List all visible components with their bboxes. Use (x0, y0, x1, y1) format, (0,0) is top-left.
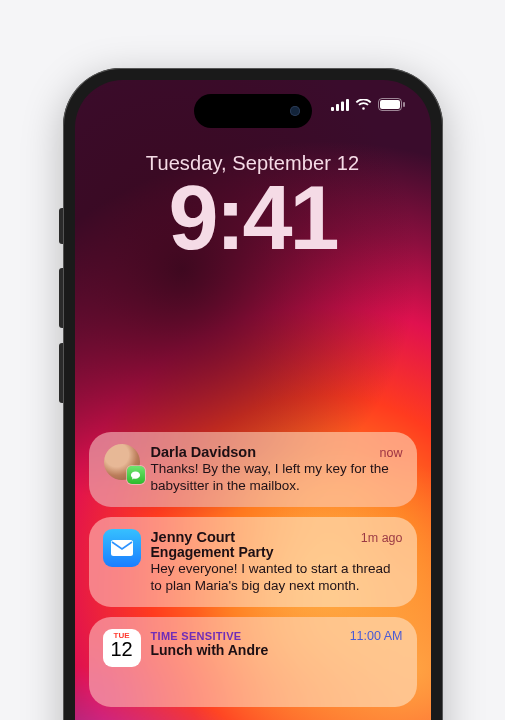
svg-rect-3 (346, 99, 349, 111)
volume-down-button[interactable] (59, 343, 63, 403)
lock-screen[interactable]: Tuesday, September 12 9:41 Darla Davidso… (75, 80, 431, 720)
notification-calendar[interactable]: TUE 12 TIME SENSITIVE 11:00 AM Lunch wit… (89, 617, 417, 707)
notification-time: 11:00 AM (350, 629, 403, 643)
notification-time: 1m ago (361, 531, 403, 545)
dynamic-island[interactable] (194, 94, 312, 128)
notification-body: Thanks! By the way, I left my key for th… (151, 461, 403, 495)
notification-time: now (380, 446, 403, 460)
svg-rect-6 (403, 102, 405, 107)
notification-subtitle: Engagement Party (151, 544, 403, 560)
lock-time: 9:41 (75, 173, 431, 263)
messages-app-badge-icon (127, 466, 145, 484)
calendar-app-icon: TUE 12 (103, 629, 141, 667)
wifi-icon (355, 99, 372, 111)
svg-rect-2 (341, 101, 344, 111)
cellular-icon (331, 99, 349, 111)
iphone-frame: Tuesday, September 12 9:41 Darla Davidso… (63, 68, 443, 720)
notification-mail[interactable]: Jenny Court 1m ago Engagement Party Hey … (89, 517, 417, 607)
notification-title: Jenny Court (151, 529, 353, 545)
notification-body: Hey everyone! I wanted to start a thread… (151, 561, 403, 595)
mail-app-icon (103, 529, 141, 567)
svg-rect-5 (380, 100, 400, 109)
svg-rect-1 (336, 104, 339, 111)
datetime: Tuesday, September 12 9:41 (75, 152, 431, 263)
time-sensitive-tag: TIME SENSITIVE (151, 630, 242, 642)
notification-messages[interactable]: Darla Davidson now Thanks! By the way, I… (89, 432, 417, 507)
notification-title: Lunch with Andre (151, 642, 403, 658)
svg-rect-0 (331, 107, 334, 111)
svg-rect-7 (111, 540, 133, 556)
notification-title: Darla Davidson (151, 444, 372, 460)
contact-avatar (103, 444, 141, 480)
status-bar (331, 98, 405, 111)
battery-icon (378, 98, 405, 111)
notification-list: Darla Davidson now Thanks! By the way, I… (89, 432, 417, 707)
